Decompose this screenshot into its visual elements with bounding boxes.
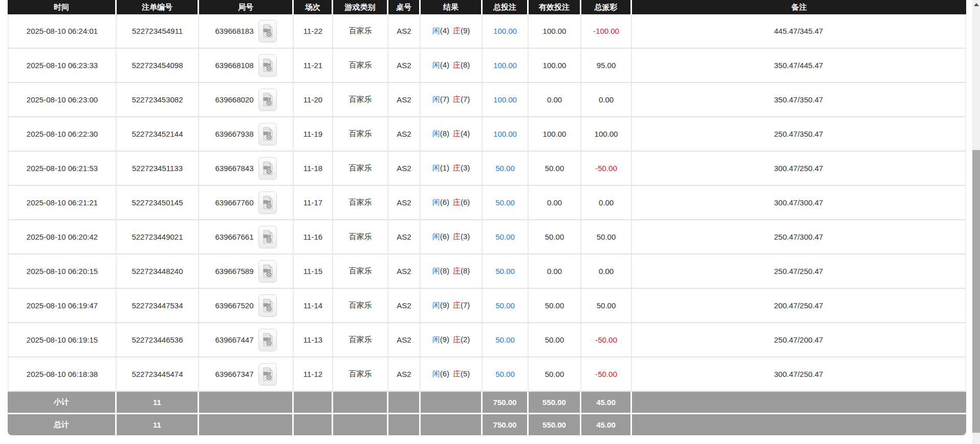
scrollbar-thumb[interactable]: [972, 150, 980, 433]
cell-table-no: AS2: [388, 83, 421, 117]
cell-result: 闲(1)庄(3): [421, 152, 483, 186]
cell-result: 闲(8)庄(4): [421, 117, 483, 152]
cell-bet-id: 522723450145: [117, 186, 199, 220]
video-replay-button[interactable]: [258, 157, 277, 180]
cell-round-id: 639668020: [199, 83, 294, 117]
result-player-label: 闲: [432, 335, 440, 344]
cell-table-no: AS2: [388, 186, 421, 220]
result-player-score: (8): [440, 266, 449, 275]
cell-bet-id: 522723445474: [117, 357, 199, 392]
table-row: 2025-08-10 06:20:15 522723448240 6396675…: [8, 255, 966, 289]
cell-round-id: 639668183: [199, 14, 294, 49]
cell-total-bet-link[interactable]: 50.00: [483, 289, 529, 323]
cell-total-bet-link[interactable]: 50.00: [483, 152, 529, 186]
total-payout: 45.00: [581, 414, 632, 435]
result-player-score: (8): [440, 129, 449, 138]
cell-valid-bet: 100.00: [529, 49, 581, 83]
result-player-score: (9): [440, 335, 449, 344]
video-file-icon: [262, 93, 273, 107]
col-header-time: 时间: [8, 0, 117, 14]
subtotal-valid-bet: 550.00: [529, 392, 581, 414]
cell-total-bet-link[interactable]: 50.00: [483, 186, 529, 220]
result-player-score: (6): [440, 232, 449, 241]
cell-valid-bet: 50.00: [529, 289, 581, 323]
cell-total-bet-link[interactable]: 100.00: [483, 117, 529, 152]
col-header-round-id: 局号: [199, 0, 294, 14]
round-id-text: 639667843: [215, 164, 253, 173]
cell-note: 300.47/300.47: [632, 186, 966, 220]
subtotal-payout: 45.00: [581, 392, 632, 414]
result-player-label: 闲: [432, 26, 440, 35]
cell-note: 300.47/250.47: [632, 152, 966, 186]
result-banker-score: (3): [461, 163, 470, 172]
cell-payout: -100.00: [581, 14, 632, 49]
result-player-score: (6): [440, 198, 449, 206]
cell-session: 11-22: [294, 14, 333, 49]
cell-table-no: AS2: [388, 117, 421, 152]
result-player-score: (4): [440, 60, 449, 69]
cell-payout: 95.00: [581, 49, 632, 83]
total-total-bet: 750.00: [483, 414, 529, 435]
table-row: 2025-08-10 06:24:01 522723454911 6396681…: [8, 14, 966, 49]
result-banker-label: 庄: [453, 266, 461, 275]
cell-total-bet-link[interactable]: 100.00: [483, 83, 529, 117]
video-file-icon: [262, 196, 273, 209]
result-banker-score: (7): [461, 95, 470, 103]
cell-total-bet-link[interactable]: 50.00: [483, 357, 529, 392]
cell-payout: -50.00: [581, 323, 632, 357]
cell-result: 闲(7)庄(7): [421, 83, 483, 117]
cell-note: 445.47/345.47: [632, 14, 966, 49]
cell-note: 250.47/200.47: [632, 323, 966, 357]
round-id-text: 639668183: [215, 27, 253, 35]
table-row: 2025-08-10 06:23:33 522723454098 6396681…: [8, 49, 966, 83]
cell-session: 11-15: [294, 255, 333, 289]
video-replay-button[interactable]: [258, 123, 277, 145]
video-replay-button[interactable]: [258, 363, 277, 386]
video-replay-button[interactable]: [258, 294, 277, 317]
col-header-game-type: 游戏类别: [333, 0, 388, 14]
cell-valid-bet: 0.00: [529, 186, 581, 220]
cell-total-bet-link[interactable]: 50.00: [483, 220, 529, 255]
video-replay-button[interactable]: [258, 89, 277, 111]
video-replay-button[interactable]: [258, 226, 277, 248]
cell-payout: 50.00: [581, 220, 632, 255]
cell-time: 2025-08-10 06:22:30: [8, 117, 117, 152]
table-row: 2025-08-10 06:21:53 522723451133 6396678…: [8, 152, 966, 186]
cell-total-bet-link[interactable]: 100.00: [483, 49, 529, 83]
round-id-text: 639668020: [215, 95, 253, 104]
result-banker-label: 庄: [453, 26, 461, 35]
cell-game-type: 百家乐: [333, 49, 388, 83]
video-replay-button[interactable]: [258, 329, 277, 351]
cell-session: 11-16: [294, 220, 333, 255]
cell-total-bet-link[interactable]: 100.00: [483, 14, 529, 49]
video-replay-button[interactable]: [258, 192, 277, 214]
total-empty-cell: [333, 414, 388, 435]
cell-note: 350.47/445.47: [632, 49, 966, 83]
result-banker-label: 庄: [453, 163, 461, 172]
subtotal-empty-cell: [421, 392, 483, 414]
bet-history-table-wrap: 时间 注单编号 局号 场次 游戏类别 桌号 结果 总投注 有效投注 总派彩 备注…: [8, 0, 966, 435]
video-file-icon: [262, 264, 273, 278]
cell-payout: 50.00: [581, 289, 632, 323]
cell-round-id: 639667347: [199, 357, 294, 392]
round-id-text: 639667520: [215, 301, 253, 310]
table-row: 2025-08-10 06:19:47 522723447534 6396675…: [8, 289, 966, 323]
result-player-label: 闲: [432, 369, 440, 378]
total-count: 11: [117, 414, 199, 435]
cell-bet-id: 522723449021: [117, 220, 199, 255]
result-banker-score: (9): [461, 26, 470, 35]
video-replay-button[interactable]: [258, 260, 277, 283]
result-banker-label: 庄: [453, 301, 461, 309]
vertical-scrollbar[interactable]: [972, 0, 980, 444]
cell-result: 闲(9)庄(2): [421, 323, 483, 357]
cell-total-bet-link[interactable]: 50.00: [483, 255, 529, 289]
total-label: 总计: [8, 414, 117, 435]
subtotal-empty-cell: [294, 392, 333, 414]
video-replay-button[interactable]: [258, 20, 277, 43]
cell-total-bet-link[interactable]: 50.00: [483, 323, 529, 357]
total-valid-bet: 550.00: [529, 414, 581, 435]
total-empty-cell: [388, 414, 421, 435]
scrollbar-up-button[interactable]: [972, 0, 980, 9]
video-replay-button[interactable]: [258, 54, 277, 77]
table-row: 2025-08-10 06:18:38 522723445474 6396673…: [8, 357, 966, 392]
